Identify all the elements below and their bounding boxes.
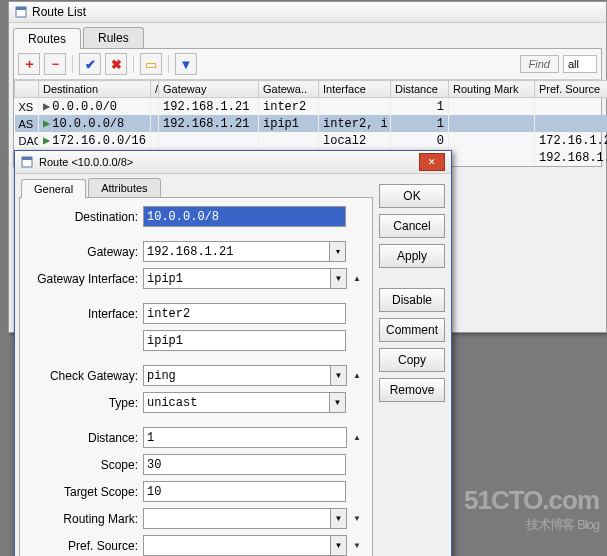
check-gateway-input[interactable] <box>143 365 331 386</box>
col-routing-mark[interactable]: Routing Mark <box>449 81 535 98</box>
disable-button[interactable]: Disable <box>379 288 445 312</box>
tab-routes[interactable]: Routes <box>13 28 81 49</box>
cell-destination: ▶10.0.0.0/8 <box>39 115 151 132</box>
cell-gateway <box>159 132 259 149</box>
gateway-interface-input[interactable] <box>143 268 331 289</box>
cell-pref-source: 172.16.1.22 <box>535 132 608 149</box>
cell-gateway: 192.168.1.21 <box>159 98 259 116</box>
disable-button[interactable]: ✖ <box>105 53 127 75</box>
cell-distance: 1 <box>391 98 449 116</box>
find-scope-select[interactable]: all <box>563 55 597 73</box>
check-gateway-expand[interactable]: ▲ <box>350 371 364 381</box>
toolbar: ＋ － ✔ ✖ ▭ ▼ Find all <box>14 49 601 80</box>
gateway-label: Gateway: <box>20 245 143 259</box>
pref-source-input[interactable] <box>143 535 331 556</box>
separator <box>133 55 134 73</box>
cell-interface <box>319 98 391 116</box>
tab-general[interactable]: General <box>21 179 86 198</box>
interface-input-2[interactable] <box>143 330 346 351</box>
tab-rules[interactable]: Rules <box>83 27 144 48</box>
comment-button[interactable]: ▭ <box>140 53 162 75</box>
chevron-down-icon: ▼ <box>335 371 343 380</box>
col-pref-source[interactable]: Pref. Source <box>535 81 608 98</box>
routing-mark-label: Routing Mark: <box>20 512 143 526</box>
col-sort[interactable]: / <box>151 81 159 98</box>
destination-label: Destination: <box>20 210 143 224</box>
table-row[interactable]: AS▶10.0.0.0/8192.168.1.21ipip1inter2, i.… <box>15 115 608 132</box>
remove-button[interactable]: Remove <box>379 378 445 402</box>
chevron-down-icon: ▼ <box>335 541 343 550</box>
remove-button[interactable]: － <box>44 53 66 75</box>
add-button[interactable]: ＋ <box>18 53 40 75</box>
check-icon: ✔ <box>85 57 96 72</box>
check-gateway-dropdown[interactable]: ▼ <box>330 365 347 386</box>
cell-distance: 1 <box>391 115 449 132</box>
cell-routing-mark <box>449 149 535 166</box>
gateway-stepper[interactable]: ▾ <box>329 241 346 262</box>
find-button[interactable]: Find <box>520 55 559 73</box>
type-label: Type: <box>20 396 143 410</box>
tab-attributes[interactable]: Attributes <box>88 178 160 197</box>
cell-pref-source <box>535 115 608 132</box>
distance-expand[interactable]: ▲ <box>350 433 364 443</box>
target-scope-input[interactable] <box>143 481 346 502</box>
window-titlebar: Route List <box>9 2 606 23</box>
cell-gateway-if: ipip1 <box>259 115 319 132</box>
distance-label: Distance: <box>20 431 143 445</box>
table-row[interactable]: DAC▶172.16.0.0/16local20172.16.1.22 <box>15 132 608 149</box>
enable-button[interactable]: ✔ <box>79 53 101 75</box>
cell-interface: inter2, i... <box>319 115 391 132</box>
chevron-down-icon: ▼ <box>335 274 343 283</box>
ok-button[interactable]: OK <box>379 184 445 208</box>
close-icon: ✕ <box>428 157 436 167</box>
pref-source-dropdown[interactable]: ▼ <box>330 535 347 556</box>
svg-rect-3 <box>22 157 32 160</box>
filter-button[interactable]: ▼ <box>175 53 197 75</box>
routing-mark-dropdown[interactable]: ▼ <box>330 508 347 529</box>
pref-source-collapse[interactable]: ▼ <box>350 541 364 551</box>
interface-input-1[interactable] <box>143 303 346 324</box>
type-input[interactable] <box>143 392 330 413</box>
cell-routing-mark <box>449 98 535 116</box>
separator <box>72 55 73 73</box>
dialog-titlebar[interactable]: Route <10.0.0.0/8> ✕ <box>15 151 451 174</box>
distance-input[interactable] <box>143 427 347 448</box>
cell-routing-mark <box>449 115 535 132</box>
gateway-input[interactable] <box>143 241 330 262</box>
cell-distance: 0 <box>391 132 449 149</box>
col-distance[interactable]: Distance <box>391 81 449 98</box>
scope-input[interactable] <box>143 454 346 475</box>
dialog-close-button[interactable]: ✕ <box>419 153 445 171</box>
interface-label: Interface: <box>20 307 143 321</box>
gateway-interface-expand[interactable]: ▲ <box>350 274 364 284</box>
gateway-interface-dropdown[interactable]: ▼ <box>330 268 347 289</box>
col-gateway-if[interactable]: Gatewa.. <box>259 81 319 98</box>
table-row[interactable]: XS▶0.0.0.0/0192.168.1.21inter21 <box>15 98 608 116</box>
target-scope-label: Target Scope: <box>20 485 143 499</box>
type-dropdown[interactable]: ▼ <box>329 392 346 413</box>
cell-flag: DAC <box>15 132 39 149</box>
col-gateway[interactable]: Gateway <box>159 81 259 98</box>
svg-rect-1 <box>16 7 26 10</box>
cell-sort <box>151 98 159 116</box>
cell-sort <box>151 115 159 132</box>
copy-button[interactable]: Copy <box>379 348 445 372</box>
cell-flag: AS <box>15 115 39 132</box>
routing-mark-input[interactable] <box>143 508 331 529</box>
col-interface[interactable]: Interface <box>319 81 391 98</box>
dialog-title: Route <10.0.0.0/8> <box>39 156 133 168</box>
routing-mark-collapse[interactable]: ▼ <box>350 514 364 524</box>
dialog-tabs: General Attributes <box>21 178 373 197</box>
col-flag[interactable] <box>15 81 39 98</box>
destination-input[interactable] <box>143 206 346 227</box>
scope-label: Scope: <box>20 458 143 472</box>
cell-gateway: 192.168.1.21 <box>159 115 259 132</box>
comment-button[interactable]: Comment <box>379 318 445 342</box>
col-destination[interactable]: Destination <box>39 81 151 98</box>
cell-flag: XS <box>15 98 39 116</box>
cancel-button[interactable]: Cancel <box>379 214 445 238</box>
cell-destination: ▶172.16.0.0/16 <box>39 132 151 149</box>
dialog-icon <box>21 156 33 168</box>
cell-gateway-if <box>259 132 319 149</box>
apply-button[interactable]: Apply <box>379 244 445 268</box>
